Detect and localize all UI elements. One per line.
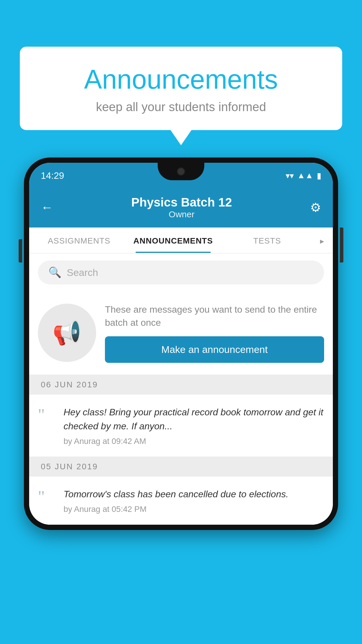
phone-screen: 14:29 ▾▾ ▲▲ ▮ ← Physics Batch 12 Owner ⚙ [29,163,333,525]
speech-bubble: Announcements keep all your students inf… [20,47,342,130]
header-center: Physics Batch 12 Owner [53,195,310,219]
quote-icon-2: " [38,487,55,505]
status-icons: ▾▾ ▲▲ ▮ [286,171,321,181]
phone-side-button-left [19,239,22,262]
date-label-2: 05 JUN 2019 [41,462,98,471]
date-label-1: 06 JUN 2019 [41,380,98,389]
promo-content: These are messages you want to send to t… [105,303,324,363]
announcement-meta-1: by Anurag at 09:42 AM [64,437,324,446]
announcement-item-2[interactable]: " Tomorrow's class has been cancelled du… [29,477,333,525]
tabs-bar: ASSIGNMENTS ANNOUNCEMENTS TESTS ▸ [29,228,333,253]
make-announcement-button[interactable]: Make an announcement [105,336,324,363]
tab-announcements[interactable]: ANNOUNCEMENTS [126,228,220,253]
quote-icon-1: " [38,405,55,423]
search-icon: 🔍 [48,266,61,279]
phone-side-button-right [340,228,343,262]
batch-role: Owner [53,209,310,219]
phone-mockup: 14:29 ▾▾ ▲▲ ▮ ← Physics Batch 12 Owner ⚙ [24,158,338,644]
tab-assignments[interactable]: ASSIGNMENTS [32,228,126,253]
status-time: 14:29 [41,170,64,181]
settings-button[interactable]: ⚙ [310,200,321,215]
promo-description: These are messages you want to send to t… [105,303,324,329]
search-placeholder: Search [67,267,98,278]
announcement-text-1: Hey class! Bring your practical record b… [64,405,324,433]
status-bar: 14:29 ▾▾ ▲▲ ▮ [29,163,333,188]
speech-bubble-container: Announcements keep all your students inf… [20,47,342,130]
phone-body: 14:29 ▾▾ ▲▲ ▮ ← Physics Batch 12 Owner ⚙ [24,158,338,530]
batch-title: Physics Batch 12 [53,195,310,209]
back-button[interactable]: ← [41,200,53,214]
tab-tests[interactable]: TESTS [220,228,314,253]
announcement-item-1[interactable]: " Hey class! Bring your practical record… [29,395,333,457]
announcements-subtitle: keep all your students informed [37,100,325,114]
tab-more[interactable]: ▸ [314,228,330,253]
promo-section: 📢 These are messages you want to send to… [29,291,333,375]
announcements-title: Announcements [37,64,325,95]
announcement-content-1: Hey class! Bring your practical record b… [64,405,324,446]
megaphone-icon: 📢 [52,319,82,346]
app-header: ← Physics Batch 12 Owner ⚙ [29,188,333,228]
search-bar[interactable]: 🔍 Search [38,260,324,284]
announcement-text-2: Tomorrow's class has been cancelled due … [64,487,324,501]
date-separator-2: 05 JUN 2019 [29,457,333,477]
announcement-content-2: Tomorrow's class has been cancelled due … [64,487,324,514]
promo-icon-circle: 📢 [38,304,96,362]
search-bar-wrapper: 🔍 Search [29,253,333,291]
wifi-icon: ▾▾ [286,171,294,181]
date-separator-1: 06 JUN 2019 [29,375,333,395]
camera [177,167,185,176]
battery-icon: ▮ [317,171,321,181]
signal-icon: ▲▲ [297,171,313,180]
announcement-meta-2: by Anurag at 05:42 PM [64,505,324,514]
notch-cutout [158,163,204,180]
